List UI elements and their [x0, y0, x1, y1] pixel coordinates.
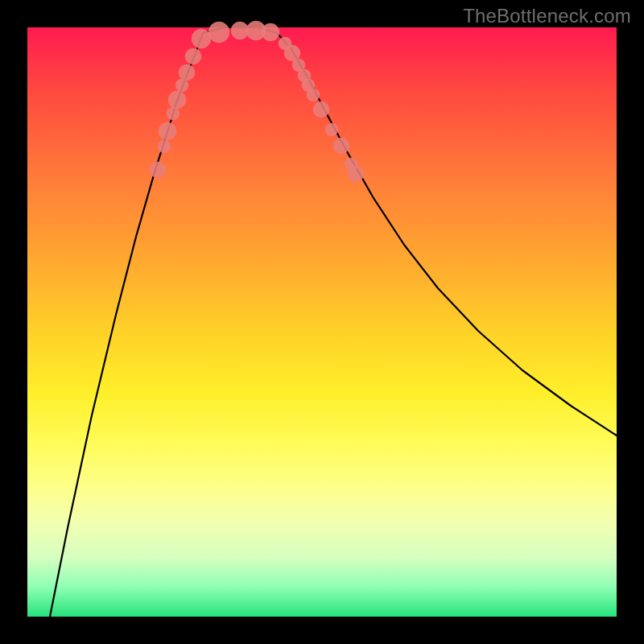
data-marker	[307, 89, 320, 101]
data-marker	[313, 101, 329, 118]
data-marker	[325, 123, 338, 136]
data-marker	[179, 64, 195, 80]
data-marker	[168, 91, 186, 109]
data-marker	[150, 162, 166, 178]
watermark-text: TheBottleneck.com	[463, 5, 631, 27]
data-marker	[158, 140, 171, 153]
data-marker	[175, 79, 188, 92]
data-marker	[262, 23, 279, 41]
bottleneck-curve	[50, 27, 617, 617]
chart-svg	[27, 27, 617, 617]
chart-frame: TheBottleneck.com	[0, 0, 644, 644]
marker-group	[150, 21, 364, 182]
data-marker	[333, 138, 349, 154]
data-marker	[167, 107, 180, 120]
data-marker	[185, 48, 201, 64]
data-marker	[208, 22, 229, 43]
data-marker	[192, 29, 211, 48]
plot-area	[27, 27, 617, 617]
data-marker	[231, 22, 249, 39]
data-marker	[348, 166, 364, 182]
data-marker	[159, 122, 176, 140]
